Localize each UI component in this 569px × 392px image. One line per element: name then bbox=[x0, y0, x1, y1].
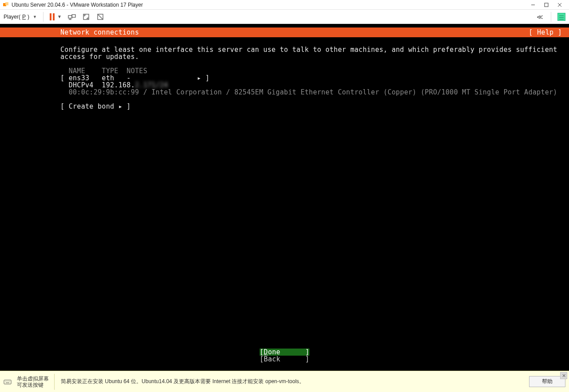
toolbar-separator bbox=[43, 12, 43, 22]
player-menu[interactable]: Player(P) ▼ bbox=[4, 14, 37, 20]
titlebar: Ubuntu Server 20.04.6 - VMware Workstati… bbox=[0, 0, 569, 10]
info-bar: ✕ 单击虚拟屏幕 可发送按键 简易安装正在安装 Ubuntu 64 位。Ubun… bbox=[0, 371, 569, 392]
infobar-separator bbox=[54, 374, 55, 390]
maximize-button[interactable] bbox=[540, 0, 553, 10]
pause-icon bbox=[50, 13, 55, 20]
svg-rect-13 bbox=[4, 380, 11, 384]
player-menu-hotkey: P bbox=[22, 14, 26, 20]
interface-hardware-line: 00:0c:29:9b:cc:99 / Intel Corporation / … bbox=[69, 88, 557, 96]
keyboard-hint-line2: 可发送按键 bbox=[17, 382, 49, 388]
unity-mode-button[interactable] bbox=[96, 13, 104, 21]
installer-header: Network connections [ Help ] bbox=[0, 27, 569, 37]
infobar-message: 简易安装正在安装 Ubuntu 64 位。Ubuntu14.04 及更高版本需要… bbox=[61, 378, 304, 385]
dropdown-caret-icon: ▼ bbox=[33, 15, 37, 19]
toolbar-separator bbox=[551, 12, 551, 22]
svg-rect-7 bbox=[72, 15, 75, 17]
infobar-close-button[interactable]: ✕ bbox=[560, 372, 567, 379]
player-menu-label-end: ) bbox=[28, 14, 29, 20]
minimize-button[interactable] bbox=[526, 0, 540, 10]
installer-help-button[interactable]: [ Help ] bbox=[529, 29, 562, 36]
pause-vm-button[interactable]: ▼ bbox=[50, 13, 62, 20]
dhcp-ip-obscured: 2.171/24 bbox=[135, 82, 168, 89]
window-title: Ubuntu Server 20.04.6 - VMware Workstati… bbox=[12, 2, 143, 8]
create-bond-label: Create bond ▸ bbox=[69, 102, 122, 110]
cycle-multiple-monitors-icon[interactable]: ≪ bbox=[535, 13, 545, 21]
svg-line-12 bbox=[98, 15, 103, 19]
send-ctrl-alt-del-button[interactable] bbox=[68, 13, 76, 21]
keyboard-hint-icon bbox=[4, 378, 12, 386]
svg-rect-6 bbox=[68, 16, 72, 18]
svg-rect-1 bbox=[5, 2, 8, 5]
installer-intro-text: Configure at least one interface this se… bbox=[60, 46, 557, 61]
create-bond-button[interactable]: [ Create bond ▸ ] bbox=[60, 102, 131, 110]
vmware-app-icon bbox=[3, 2, 9, 8]
console-top-strip bbox=[0, 24, 569, 27]
keyboard-hint-line1: 单击虚拟屏幕 bbox=[17, 376, 49, 382]
vm-console[interactable]: Network connections [ Help ] Configure a… bbox=[0, 27, 569, 367]
manage-vm-settings-icon[interactable] bbox=[557, 13, 565, 21]
vm-toolbar: Player(P) ▼ ▼ ≪ bbox=[0, 10, 569, 24]
back-button[interactable]: [ Back ] bbox=[260, 356, 309, 363]
installer-nav-buttons: [ Done ] [ Back ] bbox=[0, 349, 569, 363]
expand-arrow-icon: ▸ bbox=[197, 74, 201, 82]
fullscreen-button[interactable] bbox=[82, 13, 90, 21]
player-menu-label: Player( bbox=[4, 14, 20, 20]
keyboard-hint-text: 单击虚拟屏幕 可发送按键 bbox=[17, 376, 49, 388]
console-bottom-strip bbox=[0, 367, 569, 371]
back-button-label: Back bbox=[264, 356, 305, 363]
svg-rect-3 bbox=[545, 3, 548, 7]
installer-body: Configure at least one interface this se… bbox=[0, 37, 569, 110]
done-button[interactable]: [ Done ] bbox=[260, 349, 309, 356]
close-button[interactable] bbox=[553, 0, 566, 10]
installer-header-title: Network connections bbox=[60, 29, 139, 36]
dropdown-caret-icon[interactable]: ▼ bbox=[57, 14, 62, 19]
